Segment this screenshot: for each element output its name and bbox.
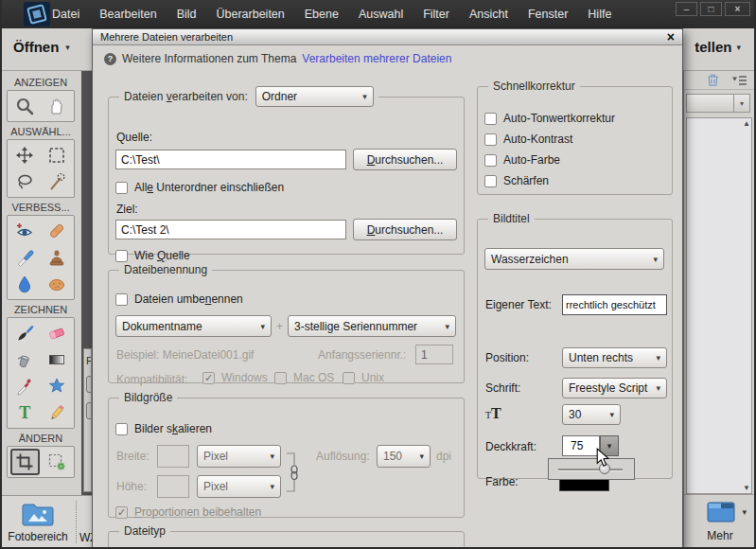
dialog-titlebar[interactable]: Mehrere Dateien verarbeiten × [93, 29, 682, 45]
paint-bucket-tool-icon[interactable] [10, 346, 40, 373]
lasso-tool-icon[interactable] [10, 168, 40, 195]
menu-ansicht[interactable]: Ansicht [469, 8, 508, 21]
shape-tool-icon[interactable] [42, 373, 71, 399]
opacity-slider-track[interactable] [558, 469, 623, 471]
zoom-tool-icon[interactable] [10, 93, 40, 119]
gradient-tool-icon[interactable] [42, 346, 71, 373]
caption-type-select[interactable]: Wasserzeichen ▾ [484, 248, 664, 270]
help-row: ? Weitere Informationen zum Thema Verarb… [104, 52, 451, 65]
tool-options-strip: Fr [83, 348, 92, 492]
red-eye-tool-icon[interactable] [10, 218, 40, 244]
sponge-tool-icon[interactable] [42, 271, 71, 297]
dialog-close-icon[interactable]: × [667, 30, 675, 44]
filetype-group-label: Dateityp [124, 524, 166, 538]
smart-brush-tool-icon[interactable] [10, 244, 40, 271]
constrain-checkbox: ✓ [115, 506, 128, 519]
include-subfolders-label: Alle Unterordner einschließen [134, 181, 284, 194]
tool-sidebar: ANZEIGEN AUSWÄHL... VERBESS... ZEICHNEN … [0, 71, 81, 495]
include-subfolders-checkbox[interactable] [115, 182, 128, 194]
recompose-tool-icon[interactable] [42, 449, 71, 475]
position-select[interactable]: Unten rechts ▾ [562, 347, 667, 368]
menu-filter[interactable]: Filter [423, 8, 449, 21]
font-size-value: 30 [569, 408, 581, 421]
blur-tool-icon[interactable] [10, 271, 40, 297]
more-button-label[interactable]: Mehr [684, 529, 756, 542]
chevron-down-icon: ▾ [604, 410, 614, 419]
pencil-tool-icon[interactable] [42, 399, 71, 426]
serial-part-select[interactable]: 3-stellige Seriennummer ▾ [288, 315, 456, 337]
panel-bottom: ▾ Mehr [684, 494, 756, 549]
scroll-up-icon[interactable]: ▲ [743, 119, 750, 128]
create-menu-button[interactable]: tellen ▾ [694, 39, 741, 55]
opacity-value-field[interactable]: 75 [562, 435, 600, 456]
menu-fenster[interactable]: Fenster [528, 8, 568, 21]
tool-group-anzeigen [7, 90, 75, 122]
panel-filter-select[interactable]: ▾ [686, 94, 750, 113]
type-tool-icon[interactable]: T [10, 399, 40, 426]
browse-source-button[interactable]: Durchsuchen... [353, 149, 457, 170]
opacity-label: Deckkraft: [485, 440, 536, 453]
tool-group-aendern [7, 446, 75, 478]
process-from-select[interactable]: Ordner ▾ [255, 86, 374, 107]
menu-auswahl[interactable]: Auswahl [359, 8, 403, 21]
open-menu-button[interactable]: Öffnen ▾ [13, 39, 70, 55]
auto-contrast-checkbox[interactable] [484, 133, 497, 146]
dialog-title: Mehrere Dateien verarbeiten [100, 31, 233, 43]
source-path-input[interactable]: C:\Test\ [115, 150, 346, 169]
auto-color-checkbox[interactable] [484, 154, 497, 167]
chevron-down-icon: ▾ [255, 322, 265, 331]
move-tool-icon[interactable] [10, 142, 40, 168]
crop-tool-icon[interactable] [10, 449, 40, 475]
font-select[interactable]: Freestyle Script ▾ [562, 378, 667, 398]
spot-healing-tool-icon[interactable] [42, 218, 71, 244]
section-zeichnen-label: ZEICHNEN [14, 304, 67, 315]
menu-hilfe[interactable]: Hilfe [588, 8, 611, 21]
minimize-button[interactable]: – [676, 2, 697, 16]
font-size-select[interactable]: 30 ▾ [562, 404, 621, 425]
dest-path-input[interactable]: C:\Test 2\ [115, 220, 346, 239]
rename-files-checkbox[interactable] [115, 293, 128, 306]
opacity-slider-popup [548, 458, 635, 480]
unix-label: Unix [361, 371, 384, 384]
scroll-down-icon[interactable]: ▼ [743, 484, 750, 492]
maximize-button[interactable]: □ [700, 2, 722, 16]
eraser-tool-icon[interactable] [42, 320, 71, 346]
filetype-group: Dateityp [108, 524, 465, 549]
hand-tool-icon[interactable] [42, 93, 71, 119]
trash-icon[interactable] [705, 72, 721, 88]
panel-list-area[interactable]: ▲ ▼ [686, 117, 752, 494]
brush-tool-icon[interactable] [10, 320, 40, 346]
marquee-tool-icon[interactable] [42, 142, 71, 168]
photo-bin-tab[interactable]: Fotobereich [0, 496, 76, 549]
app-logo-icon [24, 2, 50, 27]
close-button[interactable]: × [725, 2, 750, 16]
panel-menu-icon[interactable] [731, 74, 748, 87]
resize-checkbox[interactable] [115, 423, 128, 435]
browse-dest-button[interactable]: Durchsuchen... [353, 219, 457, 240]
help-icon[interactable]: ? [104, 53, 116, 65]
position-value: Unten rechts [569, 351, 633, 364]
constrain-label: Proportionen beibehalten [134, 505, 261, 519]
sharpen-checkbox[interactable] [484, 175, 497, 187]
photo-bin-icon [21, 501, 55, 527]
menu-bearbeiten[interactable]: Bearbeiten [99, 8, 156, 21]
auto-levels-checkbox[interactable] [484, 113, 497, 125]
section-anzeigen-label: ANZEIGEN [14, 77, 67, 88]
eyedropper-tool-icon[interactable] [10, 373, 40, 399]
menu-ueberarbeiten[interactable]: Überarbeiten [217, 8, 285, 21]
help-link[interactable]: Verarbeiten mehrerer Dateien [302, 52, 451, 65]
menu-bild[interactable]: Bild [177, 8, 197, 21]
compat-mac-row: Mac OS [274, 371, 334, 384]
custom-text-input[interactable]: rrechtlich geschützt [562, 294, 667, 315]
unix-checkbox [343, 372, 355, 384]
chevron-down-icon: ▾ [264, 482, 274, 491]
menu-datei[interactable]: Datei [52, 8, 79, 21]
auto-color-label: Auto-Farbe [503, 153, 560, 167]
name-part-select[interactable]: Dokumentname ▾ [115, 315, 272, 337]
clone-stamp-tool-icon[interactable] [42, 244, 71, 271]
more-panels-icon[interactable] [707, 502, 735, 522]
chevron-down-icon: ▾ [65, 43, 70, 52]
menu-ebene[interactable]: Ebene [305, 8, 339, 21]
same-as-source-checkbox[interactable] [115, 250, 128, 262]
quick-select-tool-icon[interactable] [42, 168, 71, 195]
